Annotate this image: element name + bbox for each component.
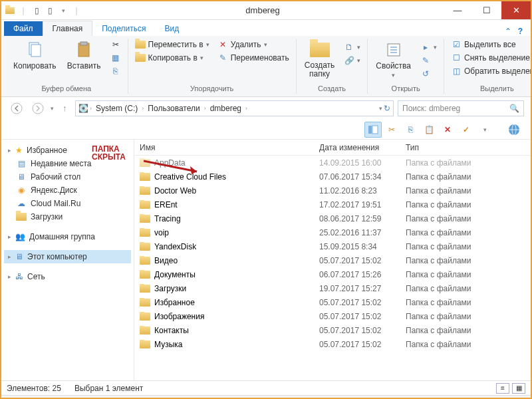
open-button[interactable]: ▸▾ <box>418 41 440 53</box>
forward-button[interactable] <box>29 100 47 117</box>
address-dropdown-icon[interactable]: ▾ <box>379 105 382 112</box>
file-type: Папка с файлами <box>400 312 531 321</box>
tb-check-button[interactable]: ✓ <box>458 122 475 138</box>
tb-paste-button[interactable]: 📋 <box>420 122 438 138</box>
folder-icon <box>140 256 150 265</box>
edit-button[interactable]: ✎ <box>418 55 440 66</box>
recent-dropdown-icon[interactable]: ▾ <box>51 105 54 112</box>
breadcrumb-seg-2[interactable]: Пользователи <box>145 102 202 114</box>
history-button[interactable]: ↺ <box>418 68 440 80</box>
svg-point-9 <box>33 103 43 114</box>
paste-label: Вставить <box>67 61 101 70</box>
view-details-button[interactable]: ≡ <box>496 383 509 394</box>
file-date: 05.07.2017 15:02 <box>314 298 400 307</box>
tab-share[interactable]: Поделиться <box>92 21 155 36</box>
tb-dropdown-button[interactable]: ▾ <box>476 122 493 138</box>
table-row[interactable]: Изображения05.07.2017 15:02Папка с файла… <box>134 309 531 323</box>
tb-delete-button[interactable]: ✕ <box>439 122 456 138</box>
folder-icon <box>140 340 150 349</box>
table-row[interactable]: YandexDisk15.09.2015 8:34Папка с файлами <box>134 239 531 253</box>
copy-path-button[interactable]: ▦ <box>108 52 124 64</box>
cut-button[interactable]: ✂ <box>108 39 124 51</box>
table-row[interactable]: Загрузки19.07.2017 15:27Папка с файлами <box>134 281 531 295</box>
sidebar-downloads[interactable]: Загрузки <box>4 210 131 223</box>
details-bar: Дата создания: 14.09.2015 16:00 🖥Компьют… <box>1 395 531 399</box>
delete-button[interactable]: ✕Удалить ▾ <box>215 39 292 51</box>
breadcrumb-seg-3[interactable]: dmbereg <box>207 102 244 114</box>
back-button[interactable] <box>8 100 25 117</box>
new-folder-button[interactable]: Создать папку <box>301 39 339 80</box>
table-row[interactable]: Избранное05.07.2017 15:02Папка с файлами <box>134 295 531 309</box>
tab-view[interactable]: Вид <box>155 21 188 36</box>
copy-to-button[interactable]: Копировать в ▾ <box>132 52 212 64</box>
col-type[interactable]: Тип <box>400 143 531 152</box>
homegroup-header[interactable]: ▸👥Домашняя группа <box>4 230 131 243</box>
folder-qat-icon[interactable] <box>4 5 16 17</box>
window-title: dmbereg <box>82 5 443 15</box>
rename-button[interactable]: ✎Переименовать <box>215 52 292 64</box>
up-button[interactable]: ↑ <box>58 100 71 117</box>
address-bar[interactable]: 💽 › System (C:) › Пользователи › dmbereg… <box>75 100 394 116</box>
file-name: voip <box>154 228 169 237</box>
file-name: Музыка <box>154 340 182 349</box>
tab-home[interactable]: Главная <box>43 21 93 36</box>
new-item-button[interactable]: 🗋▾ <box>341 41 363 53</box>
table-row[interactable]: voip25.02.2016 11:37Папка с файлами <box>134 225 531 239</box>
tb-layout-button[interactable] <box>364 122 382 138</box>
paste-shortcut-button[interactable]: ⎘ <box>108 65 124 77</box>
network-icon: 🖧 <box>15 272 23 281</box>
table-row[interactable]: Документы06.07.2017 15:26Папка с файлами <box>134 267 531 281</box>
tb-globe-button[interactable] <box>505 122 523 138</box>
select-none-button[interactable]: ☐Снять выделение <box>448 52 532 64</box>
file-type: Папка с файлами <box>400 172 531 182</box>
network-header[interactable]: ▸🖧Сеть <box>4 270 131 283</box>
copy-button[interactable]: Копировать <box>9 39 61 72</box>
new-group-label: Создать <box>318 83 346 94</box>
paste-button[interactable]: Вставить <box>63 39 105 72</box>
tab-file[interactable]: Файл <box>4 21 43 36</box>
this-pc-header[interactable]: ▸🖥Этот компьютер <box>4 250 131 263</box>
help-icon[interactable]: ? <box>518 27 523 36</box>
tb-copy-button[interactable]: ⎘ <box>402 122 419 138</box>
file-date: 05.07.2017 15:02 <box>314 312 400 321</box>
col-name[interactable]: Имя <box>134 143 314 152</box>
search-input[interactable]: Поиск: dmbereg 🔍 <box>398 100 524 116</box>
ribbon-tabs: Файл Главная Поделиться Вид ⌃ ? <box>1 20 531 36</box>
file-name: Контакты <box>154 326 189 335</box>
table-row[interactable]: Контакты05.07.2017 15:02Папка с файлами <box>134 323 531 337</box>
search-placeholder: Поиск: dmbereg <box>402 104 505 113</box>
edit-icon: ✎ <box>420 55 431 66</box>
ribbon-collapse-icon[interactable]: ⌃ <box>505 27 511 36</box>
close-button[interactable]: ✕ <box>501 1 531 19</box>
file-date: 05.07.2017 15:02 <box>314 326 400 335</box>
col-date[interactable]: Дата изменения <box>314 143 400 152</box>
invert-selection-button[interactable]: ◫Обратить выделение <box>448 65 532 77</box>
maximize-button[interactable]: ☐ <box>472 1 501 19</box>
table-row[interactable]: Tracing08.06.2017 12:59Папка с файлами <box>134 211 531 225</box>
file-type: Папка с файлами <box>400 340 531 349</box>
sidebar-mailru[interactable]: ☁Cloud Mail.Ru <box>4 197 131 210</box>
sidebar-desktop[interactable]: 🖥Рабочий стол <box>4 170 131 184</box>
select-group-label: Выделить <box>480 83 514 94</box>
breadcrumb-seg-1[interactable]: System (C:) <box>93 102 140 114</box>
table-row[interactable]: Doctor Web11.02.2016 8:23Папка с файлами <box>134 184 531 198</box>
qat-icon-2[interactable]: ▯ <box>44 5 56 17</box>
annotation-text: ПАПКА СКРЫТА <box>92 145 126 161</box>
properties-button[interactable]: Свойства ▾ <box>372 39 415 80</box>
refresh-icon[interactable]: ↻ <box>384 104 390 113</box>
star-icon: ★ <box>15 146 23 155</box>
table-row[interactable]: Видео05.07.2017 15:02Папка с файлами <box>134 253 531 267</box>
select-all-button[interactable]: ☑Выделить все <box>448 39 532 51</box>
desktop-icon: 🖥 <box>16 172 27 182</box>
easy-access-button[interactable]: 🔗▾ <box>341 55 363 66</box>
view-icons-button[interactable]: ▦ <box>512 383 525 394</box>
minimize-button[interactable]: — <box>443 1 472 19</box>
tb-cut-button[interactable]: ✂ <box>383 122 400 138</box>
table-row[interactable]: EREnt17.02.2017 19:51Папка с файлами <box>134 198 531 211</box>
file-date: 25.02.2016 11:37 <box>314 228 400 237</box>
qat-dropdown-icon[interactable]: ▾ <box>57 5 69 17</box>
qat-icon-1[interactable]: ▯ <box>31 5 43 17</box>
move-to-button[interactable]: Переместить в ▾ <box>132 39 212 51</box>
sidebar-yandex[interactable]: ◉Яндекс.Диск <box>4 184 131 197</box>
table-row[interactable]: Музыка05.07.2017 15:02Папка с файлами <box>134 337 531 351</box>
